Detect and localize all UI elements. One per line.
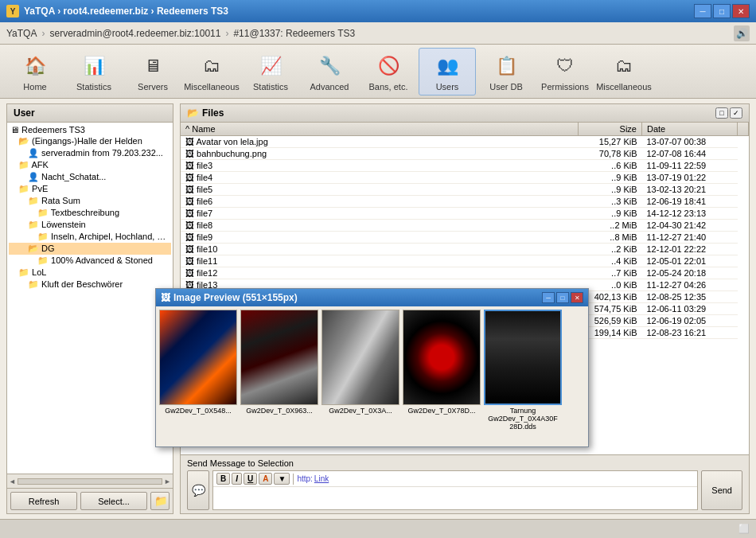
- preview-img-4: [484, 310, 562, 405]
- misc1-icon: 🗂: [197, 52, 226, 80]
- toolbar-label-advanced: Advanced: [310, 82, 349, 92]
- toolbar-btn-statistics2[interactable]: 📈 Statistics: [242, 48, 299, 96]
- toolbar-label-bans: Bans, etc.: [369, 82, 408, 92]
- file-size-7: ..2 MiB: [579, 220, 642, 232]
- preview-label-4: TarnungGw2Dev_T_0X4A30F28D.dds: [488, 407, 558, 431]
- toolbar-btn-servers[interactable]: 🖥 Servers: [124, 48, 181, 96]
- link-http-label: http:: [297, 474, 312, 483]
- file-row-4[interactable]: 🖼 file5 ..9 KiB 13-02-13 20:21: [181, 184, 749, 196]
- dialog-minimize-btn[interactable]: ─: [542, 292, 555, 303]
- underline-btn[interactable]: U: [244, 473, 257, 485]
- color-btn[interactable]: A: [259, 473, 272, 485]
- file-row-0[interactable]: 🖼 Avatar von lela.jpg 15,27 KiB 13-07-07…: [181, 136, 749, 148]
- address-bar: YaTQA › serveradmin@root4.redeemer.biz:1…: [0, 22, 756, 45]
- tree-channel-afk[interactable]: 📁 AFK: [9, 159, 171, 171]
- speaker-icon[interactable]: 🔊: [734, 25, 750, 41]
- file-row-1[interactable]: 🖼 bahnbuchung.png 70,78 KiB 12-07-08 16:…: [181, 148, 749, 160]
- file-size-0: 15,27 KiB: [579, 136, 642, 148]
- preview-item-2[interactable]: Gw2Dev_T_0X3A...: [321, 310, 399, 445]
- tree-channel-eingangs[interactable]: 📂 (Eingangs-)Halle der Helden: [9, 135, 171, 147]
- select-button[interactable]: Select...: [80, 492, 147, 510]
- col-date[interactable]: Date: [642, 123, 738, 136]
- send-button[interactable]: Send: [701, 470, 742, 510]
- toolbar-btn-home[interactable]: 🏠 Home: [6, 48, 64, 96]
- preview-img-3: [403, 310, 481, 405]
- address-right: 🔊: [734, 25, 750, 41]
- file-date-0: 13-07-07 00:38: [642, 136, 738, 148]
- file-date-15: 12-06-19 02:05: [642, 315, 738, 327]
- close-button[interactable]: ✕: [732, 4, 750, 18]
- file-name-7: 🖼 file8: [181, 220, 579, 232]
- files-folder-icon: 📂: [187, 107, 199, 119]
- file-date-2: 11-09-11 22:59: [642, 160, 738, 172]
- tree-channel-inseln[interactable]: 📁 Inseln, Archipel, Hochland, Dur: [9, 231, 171, 243]
- col-size[interactable]: Size: [579, 123, 642, 136]
- tree-channel-pve[interactable]: 📁 PvE: [9, 183, 171, 195]
- preview-item-1[interactable]: Gw2Dev_T_0X963...: [240, 310, 318, 445]
- tree-channel-lowenstein[interactable]: 📁 Löwenstein: [9, 219, 171, 231]
- toolbar-btn-statistics1[interactable]: 📊 Statistics: [65, 48, 123, 96]
- file-row-5[interactable]: 🖼 file6 ..3 KiB 12-06-19 18:41: [181, 196, 749, 208]
- preview-item-4[interactable]: TarnungGw2Dev_T_0X4A30F28D.dds: [484, 310, 562, 445]
- file-row-3[interactable]: 🖼 file4 ..9 KiB 13-07-19 01:22: [181, 172, 749, 184]
- tree-user-serveradmin[interactable]: 👤 serveradmin from 79.203.232...: [9, 147, 171, 159]
- toolbar-btn-permissions[interactable]: 🛡 Permissions: [536, 48, 594, 96]
- dialog-close-btn[interactable]: ✕: [571, 292, 583, 303]
- toolbar-btn-misc2[interactable]: 🗂 Miscellaneous: [595, 48, 653, 96]
- img-gw2dev-4: [485, 311, 560, 404]
- preview-label-3: Gw2Dev_T_0X78D...: [407, 407, 475, 415]
- message-input-field[interactable]: [213, 487, 697, 509]
- col-name[interactable]: ^ Name: [181, 123, 579, 136]
- file-name-6: 🖼 file7: [181, 208, 579, 220]
- file-name-1: 🖼 bahnbuchung.png: [181, 148, 579, 160]
- tree-channel-kluft[interactable]: 📁 Kluft der Beschwörer: [9, 279, 171, 290]
- tree-channel-advanced[interactable]: 📁 100% Advanced & Stoned: [9, 255, 171, 267]
- dialog-controls: ─ □ ✕: [542, 292, 583, 303]
- message-input-area: 💬 B I U A ▼ http: Link Send: [187, 470, 742, 510]
- user-tree: 🖥 Redeemers TS3 📂 (Eingangs-)Halle der H…: [7, 123, 173, 474]
- file-date-14: 12-06-11 03:29: [642, 303, 738, 315]
- file-date-1: 12-07-08 16:44: [642, 148, 738, 160]
- file-row-8[interactable]: 🖼 file9 ..8 MiB 11-12-27 21:40: [181, 232, 749, 244]
- color-dropdown-btn[interactable]: ▼: [274, 473, 290, 485]
- preview-item-3[interactable]: Gw2Dev_T_0X78D...: [403, 310, 481, 445]
- dialog-maximize-btn[interactable]: □: [556, 292, 569, 303]
- file-date-8: 11-12-27 21:40: [642, 232, 738, 244]
- files-check-btn[interactable]: ✓: [730, 107, 742, 119]
- tree-channel-textbeschr[interactable]: 📁 Textbeschreibung: [9, 207, 171, 219]
- message-toolbar: B I U A ▼ http: Link: [213, 471, 697, 487]
- link-label: Link: [314, 474, 329, 483]
- toolbar-btn-misc1[interactable]: 🗂 Miscellaneous: [183, 48, 240, 96]
- toolbar-btn-userdb[interactable]: 📋 User DB: [477, 48, 535, 96]
- file-row-11[interactable]: 🖼 file12 ..7 KiB 12-05-24 20:18: [181, 267, 749, 279]
- file-name-4: 🖼 file5: [181, 184, 579, 196]
- minimize-button[interactable]: ─: [694, 4, 711, 18]
- file-row-7[interactable]: 🖼 file8 ..2 MiB 12-04-30 21:42: [181, 220, 749, 232]
- preview-item-0[interactable]: Gw2Dev_T_0X548...: [159, 310, 237, 445]
- files-restore-btn[interactable]: □: [715, 107, 728, 119]
- file-row-10[interactable]: 🖼 file11 ..4 KiB 12-05-01 22:01: [181, 255, 749, 267]
- file-row-2[interactable]: 🖼 file3 ..6 KiB 11-09-11 22:59: [181, 160, 749, 172]
- folder-button[interactable]: 📁: [150, 492, 170, 510]
- address-item-2: #11@1337: Redeemers TS3: [233, 28, 355, 39]
- tree-channel-lol[interactable]: 📁 LoL: [9, 267, 171, 279]
- bold-btn[interactable]: B: [216, 473, 230, 485]
- italic-btn[interactable]: I: [232, 473, 242, 485]
- toolbar-btn-users[interactable]: 👥 Users: [419, 48, 476, 96]
- tree-server[interactable]: 🖥 Redeemers TS3: [9, 124, 171, 135]
- toolbar-btn-advanced[interactable]: 🔧 Advanced: [301, 48, 358, 96]
- toolbar-label-servers: Servers: [138, 82, 168, 92]
- toolbar-btn-bans[interactable]: 🚫 Bans, etc.: [360, 48, 417, 96]
- tree-scrollbar[interactable]: ◄ ►: [7, 474, 173, 488]
- message-emoji-btn[interactable]: 💬: [187, 470, 209, 510]
- tree-channel-dg[interactable]: 📂 DG: [9, 243, 171, 255]
- address-item-1: serveradmin@root4.redeemer.biz:10011: [49, 28, 220, 39]
- tree-channel-ratasum[interactable]: 📁 Rata Sum: [9, 195, 171, 207]
- file-date-16: 12-08-23 16:21: [642, 327, 738, 339]
- refresh-button[interactable]: Refresh: [10, 492, 77, 510]
- tree-user-nacht[interactable]: 👤 Nacht_Schatat...: [9, 171, 171, 183]
- maximize-button[interactable]: □: [713, 4, 731, 18]
- file-row-6[interactable]: 🖼 file7 ..9 KiB 14-12-12 23:13: [181, 208, 749, 220]
- file-name-11: 🖼 file12: [181, 267, 579, 279]
- file-row-9[interactable]: 🖼 file10 ..2 KiB 12-12-01 22:22: [181, 244, 749, 255]
